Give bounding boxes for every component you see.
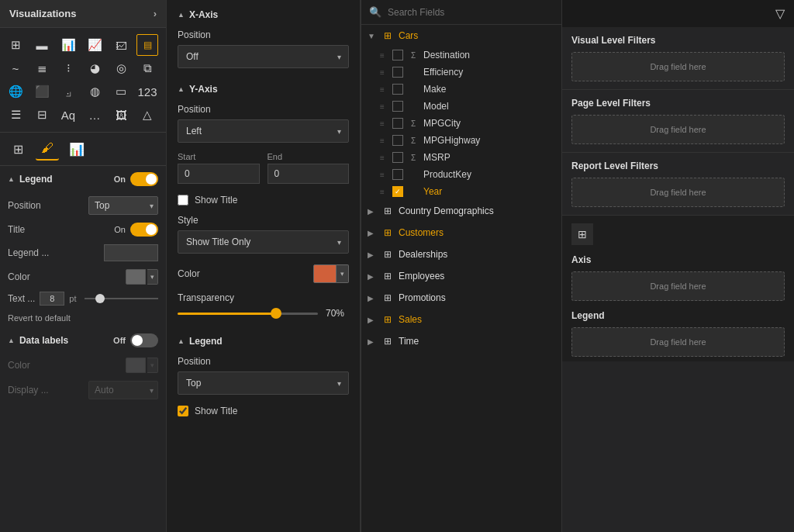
legend-position-select[interactable]: Top Bottom Left Right bbox=[178, 371, 349, 395]
viz-icon-stacked[interactable]: ▤ bbox=[136, 34, 158, 56]
viz-icon-table[interactable]: ⊞ bbox=[5, 34, 26, 56]
search-input[interactable] bbox=[388, 7, 554, 18]
legend-show-title-checkbox[interactable] bbox=[178, 406, 188, 416]
name-mpghighway: MPGHighway bbox=[423, 135, 480, 146]
end-input[interactable] bbox=[268, 164, 350, 184]
text-unit: pt bbox=[69, 294, 76, 303]
legend-position-row: Position Top Bottom Left Right bbox=[0, 192, 166, 219]
transparency-track[interactable] bbox=[178, 313, 318, 315]
viz-icon-map[interactable]: 🌐 bbox=[5, 81, 26, 102]
legend-ellipsis-label: Legend ... bbox=[8, 247, 49, 258]
style-select[interactable]: Show Title Only Show Both Show Data bbox=[178, 230, 349, 254]
drag-handle-destination: ≡ bbox=[380, 51, 388, 60]
x-position-dropdown[interactable]: Off Left Right bbox=[178, 45, 349, 68]
viz-icon-matrix[interactable]: ⊟ bbox=[31, 104, 53, 126]
checkbox-year[interactable] bbox=[392, 186, 403, 197]
analytics-tab[interactable]: 📊 bbox=[65, 137, 88, 161]
field-productkey[interactable]: ≡ ProductKey bbox=[361, 166, 561, 183]
report-drag-area[interactable]: Drag field here bbox=[571, 178, 785, 207]
transparency-thumb[interactable] bbox=[271, 308, 281, 319]
position-select[interactable]: Top Bottom Left Right bbox=[88, 196, 158, 215]
color-picker[interactable]: ▾ bbox=[126, 269, 158, 285]
viz-icon-funnel[interactable]: ⟓ bbox=[57, 81, 79, 102]
country-group-name: Country Demographics bbox=[399, 206, 494, 216]
customers-expand-icon: ▶ bbox=[368, 229, 377, 237]
field-mpghighway[interactable]: ≡ Σ MPGHighway bbox=[361, 132, 561, 149]
legend-text-input[interactable] bbox=[104, 244, 158, 261]
viz-icon-pie[interactable]: ◕ bbox=[84, 57, 105, 79]
viz-icon-col[interactable]: 📊 bbox=[57, 34, 79, 56]
time-group-name: Time bbox=[399, 336, 419, 347]
text-size-input[interactable] bbox=[40, 292, 64, 306]
format-tab[interactable]: 🖌 bbox=[36, 137, 59, 161]
axis-fields-title: Axis bbox=[571, 254, 785, 265]
viz-icon-aq[interactable]: Aq bbox=[57, 104, 79, 126]
viz-icon-filled-map[interactable]: ⬛ bbox=[31, 81, 53, 102]
cars-group-header[interactable]: ▼ ⊞ Cars bbox=[361, 25, 561, 47]
viz-icon-treemap[interactable]: ⧉ bbox=[136, 57, 158, 79]
field-make[interactable]: ≡ Make bbox=[361, 81, 561, 98]
viz-icon-gauge[interactable]: ◍ bbox=[84, 81, 105, 102]
viz-icon-kpi[interactable]: 123 bbox=[136, 81, 158, 102]
show-title-checkbox[interactable] bbox=[178, 195, 188, 206]
checkbox-productkey[interactable] bbox=[392, 169, 403, 180]
viz-panel-expand-icon[interactable]: › bbox=[154, 8, 157, 19]
viz-icon-card[interactable]: ▭ bbox=[110, 81, 132, 102]
employees-group[interactable]: ▶ ⊞ Employees bbox=[361, 265, 561, 287]
field-group-cars: ▼ ⊞ Cars ≡ Σ Destination ≡ Efficiency ≡ … bbox=[361, 25, 561, 200]
position-dropdown-wrapper[interactable]: Top Bottom Left Right bbox=[88, 196, 158, 215]
style-dropdown[interactable]: Show Title Only Show Both Show Data bbox=[178, 230, 349, 254]
viz-icon-waterfall[interactable]: ≣ bbox=[31, 57, 53, 79]
viz-icon-ribbon[interactable]: ~ bbox=[5, 57, 26, 79]
viz-icon-more[interactable]: … bbox=[84, 104, 105, 126]
field-destination[interactable]: ≡ Σ Destination bbox=[361, 47, 561, 64]
field-efficiency[interactable]: ≡ Efficiency bbox=[361, 64, 561, 81]
checkbox-msrp[interactable] bbox=[392, 152, 403, 163]
field-msrp[interactable]: ≡ Σ MSRP bbox=[361, 149, 561, 166]
time-group[interactable]: ▶ ⊞ Time bbox=[361, 330, 561, 352]
y-axis-section-title[interactable]: Y-Axis bbox=[167, 74, 360, 99]
data-labels-toggle[interactable] bbox=[130, 333, 158, 347]
viz-icon-scatter[interactable]: ⁝ bbox=[57, 57, 79, 79]
checkbox-model[interactable] bbox=[392, 101, 403, 112]
text-size-slider-thumb[interactable] bbox=[95, 294, 105, 303]
field-mpgcity[interactable]: ≡ Σ MPGCity bbox=[361, 115, 561, 132]
promotions-group[interactable]: ▶ ⊞ Promotions bbox=[361, 287, 561, 309]
field-model[interactable]: ≡ Model bbox=[361, 98, 561, 115]
legend-position-dropdown[interactable]: Top Bottom Left Right bbox=[178, 371, 349, 395]
viz-icon-area[interactable]: 🗠 bbox=[110, 34, 132, 56]
start-input[interactable] bbox=[178, 164, 260, 184]
viz-icon-donut[interactable]: ◎ bbox=[110, 57, 132, 79]
customers-group[interactable]: ▶ ⊞ Customers bbox=[361, 222, 561, 244]
dealerships-group[interactable]: ▶ ⊞ Dealerships bbox=[361, 244, 561, 265]
field-year[interactable]: ≡ Year bbox=[361, 183, 561, 200]
y-position-select[interactable]: Left Right Off bbox=[178, 119, 349, 143]
checkbox-mpghighway[interactable] bbox=[392, 135, 403, 146]
country-demographics-group[interactable]: ▶ ⊞ Country Demographics bbox=[361, 200, 561, 222]
axis-drag-area[interactable]: Drag field here bbox=[571, 271, 785, 301]
viz-icon-bar[interactable]: ▬ bbox=[31, 34, 53, 56]
x-position-select[interactable]: Off Left Right bbox=[178, 45, 349, 68]
legend-toggle[interactable] bbox=[130, 172, 158, 186]
title-toggle[interactable] bbox=[130, 223, 158, 237]
report-filters-title: Report Level Filters bbox=[571, 161, 785, 171]
viz-icon-line[interactable]: 📈 bbox=[84, 34, 105, 56]
viz-icon-slicer[interactable]: ☰ bbox=[5, 104, 26, 126]
x-axis-section-title[interactable]: X-Axis bbox=[167, 0, 360, 25]
checkbox-mpgcity[interactable] bbox=[392, 118, 403, 129]
color-picker-btn[interactable]: ▾ bbox=[313, 264, 349, 283]
checkbox-efficiency[interactable] bbox=[392, 67, 403, 78]
legend-drag-area[interactable]: Drag field here bbox=[571, 327, 785, 357]
sales-group[interactable]: ▶ ⊞ Sales bbox=[361, 309, 561, 330]
viz-icon-img[interactable]: 🖼 bbox=[110, 104, 132, 126]
show-title-label: Show Title bbox=[195, 195, 237, 206]
y-position-dropdown[interactable]: Left Right Off bbox=[178, 119, 349, 143]
legend-axis-section-title[interactable]: Legend bbox=[167, 326, 360, 351]
checkbox-destination[interactable] bbox=[392, 50, 403, 60]
checkbox-make[interactable] bbox=[392, 84, 403, 95]
viz-icon-shape[interactable]: △ bbox=[136, 104, 158, 126]
page-drag-area[interactable]: Drag field here bbox=[571, 115, 785, 144]
visual-drag-area[interactable]: Drag field here bbox=[571, 52, 785, 81]
revert-link[interactable]: Revert to default bbox=[0, 309, 166, 327]
fields-tab[interactable]: ⊞ bbox=[6, 137, 29, 161]
